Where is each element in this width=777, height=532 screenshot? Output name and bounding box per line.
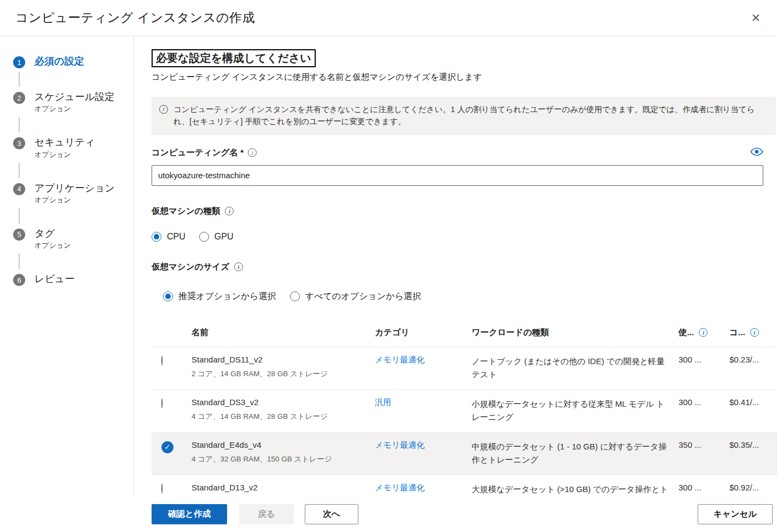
vm-specs: 4 コア、14 GB RAM、28 GB ストレージ bbox=[192, 412, 375, 422]
step-connector bbox=[19, 72, 20, 87]
vm-name: Standard_D13_v2 bbox=[192, 483, 375, 492]
step-sublabel: オプション bbox=[34, 241, 71, 250]
compute-name-label: コンピューティング名 * bbox=[152, 147, 243, 159]
dialog-header: コンピューティング インスタンスの作成 ✕ bbox=[0, 0, 777, 36]
vm-workload: 中規模のデータセット (1 - 10 GB) に対するデータ操作とトレーニング bbox=[472, 440, 679, 468]
step-label: アプリケーション bbox=[34, 182, 115, 195]
vm-size-filter-radio-group: 推奨オプションから選択 すべてのオプションから選択 bbox=[163, 291, 777, 302]
step-number-badge: 6 bbox=[13, 274, 25, 286]
vm-category-link[interactable]: メモリ最適化 bbox=[375, 440, 425, 449]
vm-type-radio-group: CPU GPU bbox=[152, 232, 777, 242]
step-label: セキュリティ bbox=[34, 136, 95, 149]
step-number-badge: 3 bbox=[13, 137, 25, 149]
table-row[interactable]: Standard_DS3_v2 4 コア、14 GB RAM、28 GB ストレ… bbox=[152, 389, 777, 432]
radio-icon[interactable] bbox=[152, 232, 161, 242]
back-button[interactable]: 戻る bbox=[239, 504, 294, 524]
radio-icon[interactable] bbox=[199, 232, 209, 242]
vm-specs: 2 コア、14 GB RAM、28 GB ストレージ bbox=[192, 369, 375, 379]
vm-category-link[interactable]: メモリ最適化 bbox=[375, 483, 425, 492]
dialog-title: コンピューティング インスタンスの作成 bbox=[15, 9, 255, 26]
info-icon[interactable]: i bbox=[234, 262, 243, 271]
step-number-badge: 5 bbox=[13, 229, 25, 241]
compute-name-input[interactable] bbox=[152, 165, 763, 186]
radio-icon[interactable] bbox=[161, 355, 163, 366]
review-create-button[interactable]: 確認と作成 bbox=[152, 504, 227, 524]
vm-name: Standard_DS3_v2 bbox=[192, 397, 375, 407]
vm-cost: $0.35/... bbox=[729, 440, 777, 468]
radio-label: GPU bbox=[214, 232, 234, 242]
radio-label: すべてのオプションから選択 bbox=[305, 291, 421, 302]
step-label: 必須の設定 bbox=[34, 55, 84, 68]
step-connector bbox=[19, 163, 20, 178]
stepper-step-tags[interactable]: 5 タグ オプション bbox=[0, 227, 134, 250]
step-sublabel: オプション bbox=[34, 195, 115, 205]
radio-icon[interactable] bbox=[290, 291, 300, 301]
step-sublabel: オプション bbox=[34, 150, 95, 160]
stepper-step-required-settings[interactable]: 1 必須の設定 bbox=[0, 55, 134, 68]
vm-specs: 4 コア、32 GB RAM、150 GB ストレージ bbox=[192, 454, 375, 464]
table-header-row: 名前 カテゴリ ワークロードの種類 使... i コ... i bbox=[152, 320, 777, 347]
vm-quota: 350 ... bbox=[679, 440, 729, 468]
info-banner-text: コンピューティング インスタンスを共有できないことに注意してください。1 人の割… bbox=[173, 103, 768, 128]
vm-category-link[interactable]: 汎用 bbox=[375, 397, 391, 407]
radio-icon[interactable] bbox=[163, 291, 173, 301]
col-header-category: カテゴリ bbox=[375, 327, 409, 338]
close-icon[interactable]: ✕ bbox=[746, 10, 765, 26]
vm-cost: $0.23/... bbox=[729, 355, 777, 383]
info-icon: i bbox=[159, 105, 168, 114]
vm-name: Standard_DS11_v2 bbox=[192, 355, 375, 364]
step-label: スケジュール設定 bbox=[34, 90, 114, 103]
vm-type-option-gpu[interactable]: GPU bbox=[199, 232, 234, 242]
next-button[interactable]: 次へ bbox=[305, 504, 358, 524]
step-label: タグ bbox=[34, 227, 71, 240]
step-number-badge: 4 bbox=[13, 183, 25, 195]
table-row-selected[interactable]: ✓ Standard_E4ds_v4 4 コア、32 GB RAM、150 GB… bbox=[152, 432, 777, 475]
dialog-footer: 確認と作成 戻る 次へ キャンセル bbox=[0, 496, 777, 532]
radio-label: CPU bbox=[167, 232, 185, 242]
vm-type-label: 仮想マシンの種類 bbox=[152, 206, 220, 217]
col-header-workload: ワークロードの種類 bbox=[472, 327, 549, 338]
vm-type-option-cpu[interactable]: CPU bbox=[152, 232, 185, 242]
radio-icon[interactable] bbox=[161, 483, 163, 494]
vm-size-label: 仮想マシンのサイズ bbox=[152, 261, 229, 273]
page-title: 必要な設定を構成してください bbox=[152, 49, 316, 67]
info-icon[interactable]: i bbox=[248, 148, 257, 157]
checked-radio-icon[interactable]: ✓ bbox=[161, 441, 173, 453]
cancel-button[interactable]: キャンセル bbox=[698, 504, 773, 524]
vm-category-link[interactable]: メモリ最適化 bbox=[375, 355, 425, 364]
col-header-quota: 使... bbox=[679, 327, 694, 338]
step-connector bbox=[19, 208, 20, 224]
step-connector bbox=[19, 254, 20, 269]
col-header-name: 名前 bbox=[192, 327, 208, 338]
step-sublabel: オプション bbox=[34, 104, 114, 114]
info-icon[interactable]: i bbox=[699, 328, 708, 337]
step-label: レビュー bbox=[34, 272, 74, 285]
info-icon[interactable]: i bbox=[225, 207, 234, 215]
col-header-cost: コ... bbox=[729, 327, 745, 338]
radio-icon[interactable] bbox=[161, 398, 163, 408]
wizard-stepper: 1 必須の設定 2 スケジュール設定 オプション 3 セキュリティ オプション … bbox=[0, 36, 134, 496]
step-number-badge: 1 bbox=[13, 56, 25, 68]
vm-quota: 300 ... bbox=[679, 355, 729, 383]
vm-workload: 小規模なデータセットに対する従来型 ML モデル トレーニング bbox=[472, 397, 679, 425]
main-panel: 必要な設定を構成してください コンピューティング インスタンスに使用する名前と仮… bbox=[152, 36, 777, 496]
vm-size-option-all[interactable]: すべてのオプションから選択 bbox=[290, 291, 421, 302]
vm-workload: ノートブック (またはその他の IDE) での開発と軽量テスト bbox=[472, 355, 679, 383]
vm-name: Standard_E4ds_v4 bbox=[192, 440, 375, 449]
step-connector bbox=[19, 117, 20, 132]
page-subtitle: コンピューティング インスタンスに使用する名前と仮想マシンのサイズを選択します bbox=[152, 72, 777, 83]
radio-label: 推奨オプションから選択 bbox=[178, 291, 276, 302]
info-banner: i コンピューティング インスタンスを共有できないことに注意してください。1 人… bbox=[152, 97, 776, 135]
info-icon[interactable]: i bbox=[750, 328, 759, 337]
stepper-step-applications[interactable]: 4 アプリケーション オプション bbox=[0, 182, 134, 205]
vm-size-option-recommended[interactable]: 推奨オプションから選択 bbox=[163, 291, 276, 302]
step-number-badge: 2 bbox=[13, 92, 25, 104]
vm-size-table: 名前 カテゴリ ワークロードの種類 使... i コ... i Standard… bbox=[152, 320, 777, 504]
vm-quota: 300 ... bbox=[679, 397, 729, 425]
eye-icon[interactable] bbox=[750, 147, 763, 158]
table-row[interactable]: Standard_DS11_v2 2 コア、14 GB RAM、28 GB スト… bbox=[152, 347, 777, 389]
stepper-step-security[interactable]: 3 セキュリティ オプション bbox=[0, 136, 134, 159]
vm-cost: $0.41/... bbox=[729, 397, 777, 425]
stepper-step-schedule[interactable]: 2 スケジュール設定 オプション bbox=[0, 90, 134, 114]
stepper-step-review[interactable]: 6 レビュー bbox=[0, 272, 134, 286]
